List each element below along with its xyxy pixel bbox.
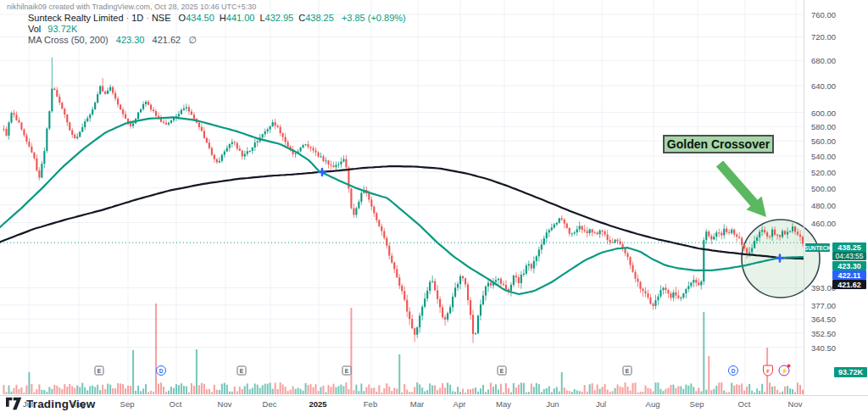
ma-cross-price-badge: 422.11 — [832, 270, 866, 280]
tradingview-logo-icon — [6, 397, 22, 410]
price-tick-label: 520.00 — [811, 168, 836, 177]
price-chart-canvas[interactable] — [0, 0, 868, 418]
dividend-marker[interactable]: D — [728, 365, 738, 376]
price-tick-label: 580.00 — [811, 122, 836, 131]
price-tick-label: 500.00 — [811, 184, 836, 193]
ma-cross-label[interactable]: MA Cross (50, 200) — [28, 35, 108, 45]
price-tick-label: 377.00 — [811, 301, 836, 310]
price-tick-label: 540.00 — [811, 152, 836, 161]
ohlc-value: 441.00 — [226, 13, 255, 23]
volume-value: 93.72K — [47, 24, 77, 34]
volume-legend-row: Vol 93.72K — [28, 24, 77, 34]
price-tick-label: 680.00 — [811, 56, 836, 65]
price-tick-label: 640.00 — [811, 81, 836, 91]
price-tick-label: 352.50 — [811, 329, 836, 338]
countdown-badge: 04:43:55 — [832, 252, 866, 260]
symbol-price-tag: SUNTECK — [805, 243, 830, 252]
ohlc-value: 432.95 — [265, 13, 294, 23]
volume-bars — [3, 304, 804, 394]
last-price-badge: 438.25 — [832, 242, 866, 252]
alert-marker[interactable]: F — [763, 365, 773, 376]
time-axis-month-label: Oct — [170, 399, 182, 409]
ma-slow-value: 421.62 — [153, 35, 181, 45]
ma-cross-value: ∅ — [188, 35, 197, 45]
earnings-marker[interactable]: E — [237, 366, 247, 376]
dividend-marker[interactable]: D — [156, 365, 166, 376]
time-axis-month-label: Jun — [546, 399, 559, 409]
ma-fast-badge: 423.30 — [832, 261, 866, 270]
time-axis-month-label: Sep — [690, 399, 704, 409]
interval-label[interactable]: 1D — [131, 13, 143, 23]
time-axis-month-label: Sep — [120, 399, 135, 409]
time-axis-month-label: Apr — [453, 399, 466, 409]
candlestick-series — [3, 58, 804, 343]
time-axis-year-label: 2025 — [309, 399, 326, 409]
price-tick-label: 560.00 — [811, 137, 836, 146]
earnings-marker[interactable]: E — [498, 366, 507, 376]
time-axis-month-label: Jul — [596, 399, 606, 409]
change-value: +3.85 (+0.89%) — [342, 13, 406, 23]
earnings-marker[interactable]: E — [95, 366, 104, 376]
price-tick-label: 460.00 — [811, 219, 836, 228]
price-tick-label: 340.50 — [811, 343, 836, 353]
volume-label[interactable]: Vol — [28, 24, 41, 34]
time-axis-month-label: Mar — [410, 399, 424, 409]
time-axis[interactable]: JulAugSepOctNovDec2025FebMarAprMayJunJul… — [0, 395, 868, 418]
ma-cross-legend-row: MA Cross (50, 200) 423.30 421.62 ∅ — [28, 35, 197, 46]
ohlc-value: 434.50 — [186, 13, 214, 23]
time-axis-month-label: Feb — [364, 399, 377, 409]
ohlc-value: 438.25 — [305, 13, 334, 23]
time-axis-month-label: May — [496, 399, 511, 409]
symbol-legend-row: Sunteck Realty Limited·1D·NSE O434.50H44… — [28, 13, 406, 23]
symbol-title[interactable]: Sunteck Realty Limited — [28, 13, 124, 23]
volume-axis-badge: 93.72K — [834, 367, 867, 377]
earnings-marker[interactable]: E — [342, 366, 352, 376]
separator: · — [146, 13, 149, 23]
tradingview-logo[interactable]: TradingView — [6, 397, 95, 410]
price-axis[interactable]: 760.00720.00680.00640.00600.00580.00560.… — [804, 0, 868, 395]
ohlc-letter: H — [220, 13, 226, 23]
ma-200-line[interactable] — [0, 166, 803, 259]
events-marker[interactable]: ⚡ — [779, 365, 790, 376]
price-tick-label: 480.00 — [811, 201, 836, 210]
time-axis-month-label: Dec — [263, 399, 277, 409]
notification-dot — [787, 365, 791, 368]
price-tick-label: 760.00 — [811, 10, 836, 20]
ohlc-letter: C — [298, 13, 305, 23]
time-axis-month-label: Nov — [788, 399, 803, 409]
ohlc-values: O434.50H441.00L432.95C438.25 — [174, 13, 334, 23]
price-tick-label: 364.50 — [811, 315, 836, 324]
exchange-label: NSE — [152, 13, 171, 23]
earnings-marker[interactable]: E — [623, 366, 632, 376]
price-tick-label: 600.00 — [811, 109, 836, 118]
ma-slow-badge: 421.62 — [832, 280, 866, 289]
golden-crossover-label[interactable]: Golden Crossover — [663, 135, 774, 153]
time-axis-month-label: Nov — [218, 399, 232, 409]
attribution-text: nikhilnaik09 created with TradingView.co… — [7, 3, 256, 11]
tradingview-chart: nikhilnaik09 created with TradingView.co… — [0, 0, 868, 418]
ma-fast-value: 423.30 — [116, 35, 145, 45]
annotation-arrow[interactable] — [716, 160, 766, 217]
tradingview-logo-text: TradingView — [26, 398, 95, 410]
ohlc-letter: O — [179, 13, 186, 23]
separator: · — [126, 13, 130, 23]
time-axis-month-label: Aug — [646, 399, 660, 409]
time-axis-month-label: Oct — [738, 399, 751, 409]
price-tick-label: 720.00 — [811, 32, 836, 42]
